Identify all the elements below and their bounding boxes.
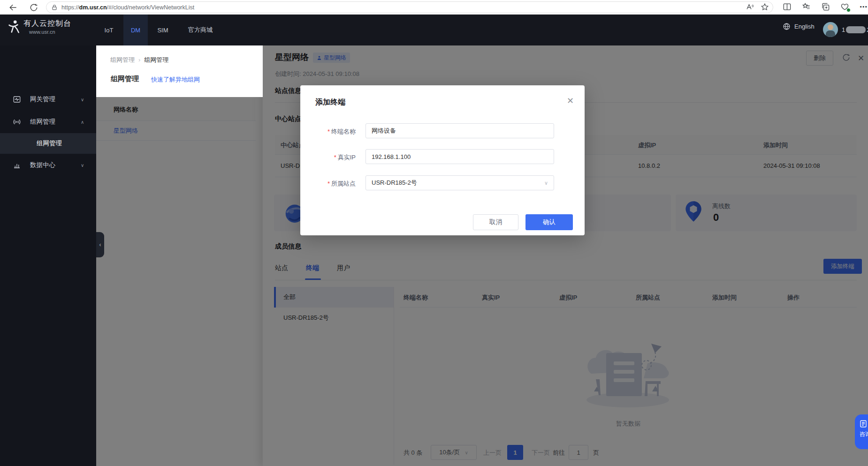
sidebar-item-network[interactable]: 组网管理 ∧	[0, 111, 96, 133]
chevron-down-icon: ∨	[81, 163, 84, 168]
site-lock-icon[interactable]	[51, 4, 58, 11]
navbar-tab-shop[interactable]: 官方商城	[181, 15, 220, 45]
language-label: English	[794, 23, 815, 30]
learn-more-link[interactable]: 快速了解异地组网	[151, 75, 200, 84]
sidebar-subitem-network-mgmt[interactable]: 组网管理	[0, 133, 96, 154]
browser-back-icon[interactable]	[8, 3, 18, 12]
consult-float-widget[interactable]: 咨询	[855, 414, 868, 449]
more-icon[interactable]: ⋯	[860, 2, 868, 11]
navbar-tab-dm[interactable]: DM	[123, 15, 148, 45]
sidebar-item-datacenter[interactable]: 数据中心 ∨	[0, 154, 96, 176]
terminal-name-label: *终端名称	[300, 128, 356, 136]
site-select-label: *所属站点	[300, 180, 356, 188]
dialog-title: 添加终端	[315, 98, 345, 107]
select-chevron-icon: ∨	[544, 180, 548, 186]
globe-icon	[783, 23, 791, 30]
breadcrumb-current: 组网管理	[144, 56, 168, 63]
url-bar[interactable]: https://dm.usr.cn/#/cloud/network/ViewNe…	[46, 1, 773, 13]
browser-refresh-icon[interactable]	[29, 3, 38, 12]
breadcrumb-root[interactable]: 组网管理	[110, 56, 135, 63]
breadcrumb: 组网管理›组网管理	[110, 56, 168, 64]
consult-doc-icon	[859, 420, 868, 428]
sidebar-collapse-toggle[interactable]: ‹	[96, 232, 104, 257]
navbar-tab-sim[interactable]: SIM	[152, 15, 174, 45]
navbar-tab-iot[interactable]: IoT	[99, 15, 119, 45]
user-avatar	[823, 22, 838, 37]
user-account[interactable]: 1 28	[823, 22, 868, 37]
real-ip-label: *真实IP	[300, 153, 356, 162]
brand-subtitle: www.usr.cn	[29, 29, 55, 35]
usr-logo-icon	[6, 19, 23, 36]
list-panel-header: 组网管理›组网管理 组网管理 快速了解异地组网	[96, 45, 263, 97]
browser-essentials-icon[interactable]	[840, 2, 849, 11]
bar-chart-icon	[13, 161, 21, 169]
dialog-close-icon[interactable]: ✕	[567, 96, 574, 106]
network-broadcast-icon	[13, 118, 21, 126]
user-censor-blob	[846, 26, 866, 33]
gateway-icon	[13, 95, 21, 104]
url-text: https://dm.usr.cn/#/cloud/network/ViewNe…	[61, 4, 194, 11]
screen: https://dm.usr.cn/#/cloud/network/ViewNe…	[0, 0, 868, 466]
collections-add-icon[interactable]	[821, 2, 830, 11]
browser-chrome: https://dm.usr.cn/#/cloud/network/ViewNe…	[0, 0, 868, 15]
add-terminal-dialog: 添加终端 ✕ *终端名称 *真实IP *所属站点 ∨ 取消 确认	[300, 85, 585, 235]
language-switcher[interactable]: English	[783, 23, 815, 30]
confirm-button[interactable]: 确认	[525, 214, 573, 230]
favorite-star-icon[interactable]	[761, 3, 769, 11]
favorites-bar-icon[interactable]	[802, 2, 811, 11]
split-screen-icon[interactable]	[783, 2, 792, 11]
chevron-down-icon: ∨	[81, 97, 84, 102]
brand-title: 有人云控制台	[23, 19, 71, 29]
real-ip-input[interactable]	[365, 149, 554, 164]
terminal-name-input[interactable]	[365, 123, 554, 138]
sidebar: 网关管理 ∨ 组网管理 ∧ 组网管理 数据中心 ∨ V2.0.0	[0, 45, 96, 466]
site-select[interactable]	[365, 175, 554, 190]
cancel-button[interactable]: 取消	[473, 214, 518, 230]
top-navbar: 有人云控制台 www.usr.cn IoT DM SIM 官方商城 Englis…	[0, 15, 868, 45]
user-masked-prefix: 1	[842, 26, 845, 33]
chevron-up-icon: ∧	[81, 120, 84, 125]
page-title: 组网管理	[111, 75, 139, 83]
read-aloud-icon[interactable]	[746, 3, 754, 11]
consult-label: 咨询	[860, 430, 868, 438]
sidebar-item-gateway[interactable]: 网关管理 ∨	[0, 88, 96, 111]
